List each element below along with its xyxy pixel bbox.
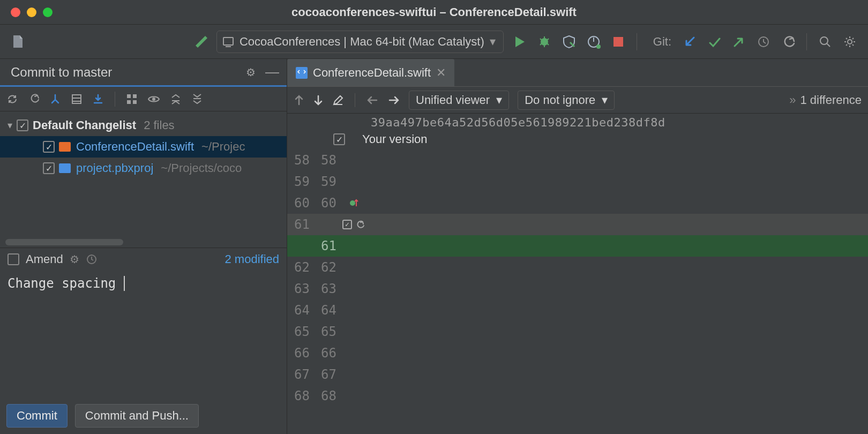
run-config-selector[interactable]: CocoaConferences | Mac 64-bit (Mac Catal…: [216, 31, 504, 53]
project-file-icon: [59, 163, 71, 173]
viewer-mode-label: Unified viewer: [416, 93, 490, 107]
file-row[interactable]: ConferenceDetail.swift ~/Projec: [0, 136, 287, 158]
chevron-down-icon: ▾: [496, 93, 502, 107]
svg-point-4: [596, 44, 601, 49]
commit-hash: 39aa497be64a52d56d05e561989221bed238df8d: [371, 116, 857, 129]
svg-rect-11: [133, 94, 137, 98]
diff-summary: »1 difference: [789, 93, 862, 107]
svg-point-2: [541, 38, 548, 46]
changelist-checkbox[interactable]: [17, 119, 28, 131]
diff-header: 39aa497be64a52d56d05e561989221bed238df8d…: [287, 114, 868, 149]
git-pull-icon[interactable]: [681, 33, 698, 50]
new-file-icon[interactable]: [10, 33, 27, 50]
modified-count: 2 modified: [225, 252, 279, 266]
editor-area: ConferenceDetail.swift ✕ Unified view: [287, 59, 868, 434]
chevron-down-icon: ▾: [490, 35, 496, 49]
device-icon: [222, 36, 234, 48]
svg-rect-12: [127, 100, 131, 104]
ignore-mode-label: Do not ignore: [525, 93, 595, 107]
svg-rect-13: [133, 100, 137, 104]
tab-label: ConferenceDetail.swift: [313, 66, 431, 80]
file-name: ConferenceDetail.swift: [76, 140, 194, 154]
window-title: cocoaconferences-swiftui – ConferenceDet…: [9, 5, 859, 19]
svg-rect-0: [223, 38, 233, 45]
changelist-count: 2 files: [144, 118, 174, 132]
git-commit-icon[interactable]: [706, 33, 723, 50]
file-row[interactable]: project.pbxproj ~/Projects/coco: [0, 158, 287, 179]
view-options-icon[interactable]: [147, 94, 160, 104]
file-path: ~/Projec: [201, 140, 245, 154]
panel-minimize-icon[interactable]: —: [265, 64, 279, 80]
tree-h-scrollbar[interactable]: [5, 239, 123, 245]
git-label: Git:: [653, 35, 671, 49]
coverage-icon[interactable]: [560, 33, 578, 50]
commit-panel: Commit to master ⚙ —: [0, 59, 287, 434]
include-version-checkbox[interactable]: [333, 133, 345, 145]
panel-gear-icon[interactable]: ⚙: [246, 66, 256, 79]
your-version-label: Your version: [362, 132, 427, 146]
git-revert-icon[interactable]: [780, 33, 797, 50]
svg-rect-16: [296, 67, 308, 79]
chevron-down-icon: ▾: [8, 119, 12, 131]
commit-message-input[interactable]: Change spacing: [0, 271, 287, 399]
stop-icon[interactable]: [610, 33, 627, 50]
editor-tab[interactable]: ConferenceDetail.swift ✕: [287, 59, 454, 86]
message-gear-icon[interactable]: ⚙: [70, 253, 79, 266]
svg-rect-5: [613, 37, 623, 47]
main-toolbar: CocoaConferences | Mac 64-bit (Mac Catal…: [0, 25, 868, 59]
swift-file-icon: [59, 142, 71, 152]
window-controls: [11, 8, 53, 17]
collapse-all-icon[interactable]: [191, 93, 203, 105]
diff-toolbar: Unified viewer ▾ Do not ignore ▾ »1 diff…: [287, 87, 868, 114]
file-checkbox[interactable]: [43, 141, 55, 153]
svg-point-14: [152, 98, 155, 101]
diff-icon[interactable]: [71, 93, 83, 105]
group-by-icon[interactable]: [126, 93, 138, 105]
amend-label: Amend: [26, 252, 63, 266]
file-path: ~/Projects/coco: [161, 161, 242, 175]
prev-diff-icon[interactable]: [294, 94, 304, 107]
changelist-row[interactable]: ▾ Default Changelist 2 files: [0, 115, 287, 136]
nav-forward-icon[interactable]: [387, 95, 400, 106]
settings-gear-icon[interactable]: [841, 33, 858, 50]
diff-editor[interactable]: 5858595960606161626263636464656566666767…: [287, 149, 868, 434]
git-history-icon[interactable]: [755, 33, 772, 50]
editor-tabs: ConferenceDetail.swift ✕: [287, 59, 868, 87]
nav-back-icon[interactable]: [366, 95, 379, 106]
titlebar: cocoaconferences-swiftui – ConferenceDet…: [0, 0, 868, 25]
svg-point-7: [820, 37, 828, 44]
search-icon[interactable]: [817, 33, 834, 50]
run-icon[interactable]: [511, 33, 528, 50]
profile-icon[interactable]: [585, 33, 602, 50]
changelist-dropdown-icon[interactable]: [92, 93, 104, 105]
amend-row: Amend ⚙ 2 modified: [0, 248, 287, 271]
swift-file-icon: [296, 67, 308, 79]
edit-icon[interactable]: [332, 94, 344, 106]
svg-point-8: [848, 40, 852, 44]
commit-button[interactable]: Commit: [6, 404, 68, 428]
next-diff-icon[interactable]: [313, 94, 324, 107]
refresh-icon[interactable]: [6, 93, 18, 105]
svg-rect-10: [127, 94, 131, 98]
commit-message-text: Change spacing: [8, 276, 116, 291]
zoom-window-button[interactable]: [43, 8, 53, 17]
expand-all-icon[interactable]: [170, 93, 182, 105]
line-gutter: 5858595960606161626263636464656566666767…: [287, 149, 868, 434]
file-checkbox[interactable]: [43, 162, 55, 174]
amend-checkbox[interactable]: [8, 253, 19, 265]
changes-tree: ▾ Default Changelist 2 files ConferenceD…: [0, 111, 287, 182]
shelve-icon[interactable]: [49, 93, 61, 105]
revert-icon[interactable]: [28, 93, 40, 105]
message-history-icon[interactable]: [86, 253, 98, 265]
minimize-window-button[interactable]: [27, 8, 36, 17]
commit-and-push-button[interactable]: Commit and Push...: [75, 404, 199, 428]
viewer-mode-selector[interactable]: Unified viewer ▾: [409, 91, 509, 110]
close-icon[interactable]: ✕: [436, 66, 446, 80]
git-push-icon[interactable]: [730, 33, 747, 50]
close-window-button[interactable]: [11, 8, 20, 17]
panel-title: Commit to master: [11, 65, 242, 80]
changelist-label: Default Changelist: [33, 118, 136, 132]
build-hammer-icon[interactable]: [192, 33, 209, 50]
debug-icon[interactable]: [536, 33, 553, 50]
ignore-mode-selector[interactable]: Do not ignore ▾: [518, 91, 615, 110]
